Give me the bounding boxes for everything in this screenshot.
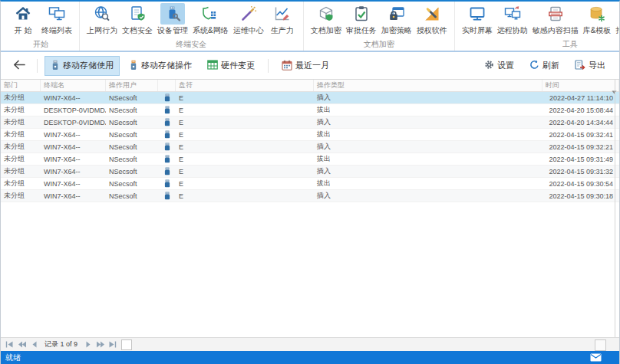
cell-operation: 插入 xyxy=(314,92,542,103)
ribbon-item-label: 报表中心 xyxy=(615,25,620,36)
column-header-operation[interactable]: 操作类型 xyxy=(314,80,542,91)
settings-gear-icon xyxy=(484,60,494,71)
cell-drive: E xyxy=(176,92,314,103)
web-behavior-icon xyxy=(90,3,114,25)
ribbon-group-caption: 开始 xyxy=(7,36,74,53)
secondary-toolbar: 移动存储使用 移动存储操作 硬件变更 最近一月 设置 xyxy=(1,52,619,80)
column-header-user[interactable]: 操作用户 xyxy=(106,80,158,91)
table-row[interactable]: 未分组DESKTOP-0VIDMDJNSecsoftE插入2022-04-20 … xyxy=(1,116,619,129)
ribbon-item-library-templates[interactable]: 库&模板 xyxy=(581,3,614,36)
cell-terminal: WIN7-X64-- xyxy=(41,141,106,152)
column-header-time[interactable]: 时间 xyxy=(542,80,619,91)
usb-device-icon xyxy=(158,141,176,152)
refresh-icon xyxy=(529,60,539,71)
ribbon-item-system-network[interactable]: 系统&网络 xyxy=(190,3,231,36)
settings-label: 设置 xyxy=(497,60,514,71)
ribbon-item-home[interactable]: 开 始 xyxy=(7,3,39,36)
append-record-button[interactable] xyxy=(121,339,132,350)
prev-record-button[interactable] xyxy=(28,339,40,350)
ribbon-item-encryption-policy[interactable]: 加密策略 xyxy=(379,3,414,36)
ribbon-item-ops-center[interactable]: 运维中心 xyxy=(231,3,266,36)
cell-operation: 拔出 xyxy=(314,129,542,140)
ribbon-group-caption: 文档加密 xyxy=(308,36,450,53)
last-record-button[interactable] xyxy=(107,339,118,350)
table-row[interactable]: 未分组WIN7-X64--NSecsoftE插入2022-04-27 11:14… xyxy=(1,92,619,104)
cell-terminal: WIN7-X64-- xyxy=(41,190,106,202)
document-security-icon xyxy=(125,3,150,25)
cell-department: 未分组 xyxy=(1,178,41,189)
column-header-terminal[interactable]: 终端名 xyxy=(41,80,106,91)
ribbon-item-document-security[interactable]: 文档安全 xyxy=(120,3,155,36)
cell-operation: 拔出 xyxy=(314,178,542,189)
live-screen-icon xyxy=(465,3,490,25)
table-row[interactable]: 未分组WIN7-X64--NSecsoftE拔出2022-04-15 09:31… xyxy=(1,153,619,166)
cell-operation: 拔出 xyxy=(314,153,542,165)
grid: 部门 终端名 操作用户 盘符 操作类型 时间 未分组WIN7-X64--NSec… xyxy=(1,80,619,337)
first-record-button[interactable] xyxy=(4,339,15,350)
ribbon-item-live-screen[interactable]: 实时屏幕 xyxy=(460,3,495,36)
column-header-device-icon[interactable] xyxy=(158,80,176,91)
usb-device-icon xyxy=(158,92,176,103)
cell-department: 未分组 xyxy=(1,129,41,140)
export-button[interactable]: 导出 xyxy=(569,56,612,75)
cell-drive: E xyxy=(176,153,314,165)
message-envelope-icon[interactable] xyxy=(590,353,602,363)
cell-user: NSecsoft xyxy=(106,92,158,103)
tab-removable-storage-operation[interactable]: 移动存储操作 xyxy=(123,56,198,76)
table-row[interactable]: 未分组WIN7-X64--NSecsoftE拔出2022-04-15 09:32… xyxy=(1,129,619,141)
back-button[interactable] xyxy=(8,56,30,75)
settings-button[interactable]: 设置 xyxy=(478,56,520,75)
usb-device-icon xyxy=(158,178,176,189)
authorized-software-icon xyxy=(420,3,444,25)
document-encryption-icon xyxy=(314,3,338,25)
prev-page-button[interactable] xyxy=(16,339,28,350)
column-header-drive[interactable]: 盘符 xyxy=(176,80,314,91)
hardware-change-icon xyxy=(207,60,218,71)
cell-user: NSecsoft xyxy=(106,178,158,189)
usb-operation-icon xyxy=(129,60,138,72)
table-row[interactable]: 未分组WIN7-X64--NSecsoftE插入2022-04-15 09:31… xyxy=(1,166,619,178)
tab-label: 硬件变更 xyxy=(221,60,255,71)
ribbon-item-web-behavior[interactable]: 上网行为 xyxy=(84,3,120,36)
column-header-department[interactable]: 部门 xyxy=(1,80,41,91)
cell-terminal: WIN7-X64-- xyxy=(41,129,106,140)
table-row[interactable]: 未分组WIN7-X64--NSecsoftE插入2022-04-15 09:32… xyxy=(1,141,619,153)
table-row[interactable]: 未分组DESKTOP-0VIDMDJNSecsoftE拔出2022-04-20 … xyxy=(1,104,619,116)
usb-device-icon xyxy=(158,153,176,165)
usb-device-icon xyxy=(158,129,176,140)
grid-empty-area xyxy=(1,202,619,337)
table-row[interactable]: 未分组WIN7-X64--NSecsoftE拔出2022-04-15 09:30… xyxy=(1,178,619,190)
cell-time: 2022-04-20 15:08:44 xyxy=(542,104,619,116)
tab-removable-storage-usage[interactable]: 移动存储使用 xyxy=(45,56,120,76)
ribbon-group-caption: 工具 xyxy=(460,36,620,53)
refresh-button[interactable]: 刷新 xyxy=(523,56,566,75)
ribbon-item-approval-tasks[interactable]: 审批任务 xyxy=(344,3,379,36)
ribbon-item-label: 授权软件 xyxy=(417,25,447,36)
ribbon-item-label: 文档加密 xyxy=(311,25,341,36)
ribbon-item-document-encryption[interactable]: 文档加密 xyxy=(308,3,344,36)
remote-assist-icon xyxy=(500,3,525,25)
scroll-corner-button[interactable] xyxy=(595,339,606,351)
cell-drive: E xyxy=(176,116,314,128)
table-row[interactable]: 未分组WIN7-X64--NSecsoftE插入2022-04-15 09:30… xyxy=(1,190,619,202)
ribbon-item-productivity[interactable]: 生产力 xyxy=(266,3,298,36)
refresh-label: 刷新 xyxy=(542,60,559,71)
ribbon-item-terminal-list[interactable]: 终端列表 xyxy=(39,3,74,36)
ribbon-item-remote-assist[interactable]: 远程协助 xyxy=(495,3,530,36)
ribbon-item-authorized-software[interactable]: 授权软件 xyxy=(414,3,450,36)
encryption-policy-icon xyxy=(384,3,409,25)
next-record-button[interactable] xyxy=(82,339,94,350)
ribbon-item-report-center[interactable]: 报表中心 xyxy=(613,3,620,36)
ops-center-icon xyxy=(236,3,261,25)
export-label: 导出 xyxy=(589,60,605,71)
usb-device-icon xyxy=(158,190,176,202)
tab-hardware-change[interactable]: 硬件变更 xyxy=(201,56,261,75)
usb-device-icon xyxy=(158,166,176,177)
ribbon-item-content-scan[interactable]: 敏感内容扫描 xyxy=(530,3,581,36)
cell-time: 2022-04-15 09:31:32 xyxy=(542,166,619,177)
ribbon-item-device-management[interactable]: 设备管理 xyxy=(155,3,190,36)
ribbon-item-label: 上网行为 xyxy=(87,25,117,36)
next-page-button[interactable] xyxy=(94,339,106,350)
period-filter-button[interactable]: 最近一月 xyxy=(275,56,335,76)
productivity-icon xyxy=(270,3,295,25)
